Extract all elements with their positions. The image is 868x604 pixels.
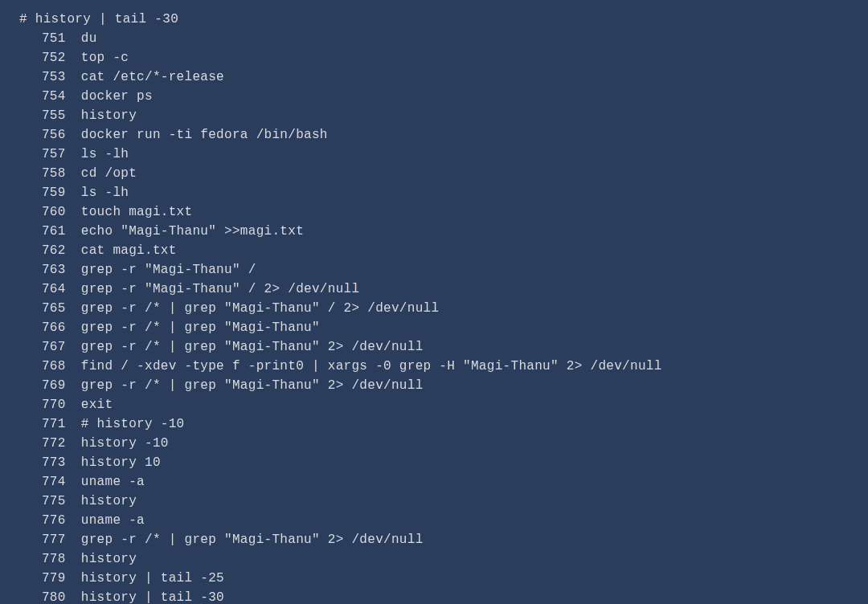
history-number: 773 — [27, 453, 66, 472]
history-command: history 10 — [81, 455, 161, 470]
history-command: cat magi.txt — [81, 243, 177, 258]
history-number: 752 — [27, 48, 66, 67]
history-number: 762 — [27, 241, 66, 260]
history-number: 760 — [27, 202, 66, 222]
history-line: 772history -10 — [19, 434, 849, 453]
history-command: history — [81, 494, 137, 508]
history-number: 763 — [27, 260, 66, 280]
history-number: 769 — [27, 376, 66, 395]
history-number: 767 — [27, 337, 66, 357]
history-number: 759 — [27, 183, 66, 202]
history-command: cd /opt — [81, 166, 137, 181]
history-command: exit — [81, 398, 113, 412]
history-command: history | tail -25 — [81, 571, 224, 586]
history-number: 765 — [27, 299, 66, 318]
history-line: 768find / -xdev -type f -print0 | xargs … — [19, 357, 849, 376]
history-command: grep -r /* | grep "Magi-Thanu" 2> /dev/n… — [81, 340, 424, 354]
history-number: 775 — [27, 492, 66, 511]
history-command: history — [81, 552, 137, 566]
history-command: ls -lh — [81, 147, 129, 161]
history-line: 762cat magi.txt — [19, 241, 849, 260]
history-command: top -c — [81, 51, 129, 65]
history-command: history | tail -30 — [81, 590, 224, 604]
history-command: docker ps — [81, 89, 153, 104]
history-command: uname -a — [81, 513, 145, 528]
history-number: 764 — [27, 280, 66, 299]
history-line: 760touch magi.txt — [19, 202, 849, 222]
history-line: 757ls -lh — [19, 145, 849, 164]
history-line: 777grep -r /* | grep "Magi-Thanu" 2> /de… — [19, 530, 849, 549]
history-number: 751 — [27, 29, 66, 48]
history-number: 758 — [27, 164, 66, 183]
history-line: 774uname -a — [19, 472, 849, 492]
history-line: 763grep -r "Magi-Thanu" / — [19, 260, 849, 280]
history-number: 772 — [27, 434, 66, 453]
history-command: grep -r /* | grep "Magi-Thanu" 2> /dev/n… — [81, 378, 424, 393]
history-line: 758cd /opt — [19, 164, 849, 183]
history-line: 780history | tail -30 — [19, 588, 849, 604]
history-number: 778 — [27, 549, 66, 569]
history-command: grep -r /* | grep "Magi-Thanu" / 2> /dev… — [81, 301, 440, 316]
history-command: find / -xdev -type f -print0 | xargs -0 … — [81, 359, 662, 373]
history-number: 780 — [27, 588, 66, 604]
history-number: 757 — [27, 145, 66, 164]
history-number: 755 — [27, 106, 66, 125]
history-line: 759ls -lh — [19, 183, 849, 202]
history-number: 777 — [27, 530, 66, 549]
history-line: 779history | tail -25 — [19, 569, 849, 588]
history-command: uname -a — [81, 475, 145, 489]
history-command: history -10 — [81, 436, 169, 451]
history-line: 770exit — [19, 395, 849, 414]
history-line: 767grep -r /* | grep "Magi-Thanu" 2> /de… — [19, 337, 849, 357]
history-line: 752top -c — [19, 48, 849, 67]
command-prompt: # history | tail -30 — [19, 10, 849, 29]
history-line: 756docker run -ti fedora /bin/bash — [19, 125, 849, 145]
history-command: grep -r /* | grep "Magi-Thanu" 2> /dev/n… — [81, 533, 424, 547]
history-line: 773history 10 — [19, 453, 849, 472]
history-line: 778history — [19, 549, 849, 569]
history-command: touch magi.txt — [81, 205, 193, 219]
history-line: 753cat /etc/*-release — [19, 67, 849, 87]
history-line: 776uname -a — [19, 511, 849, 530]
history-number: 754 — [27, 87, 66, 106]
history-command: ls -lh — [81, 186, 129, 200]
history-line: 775history — [19, 492, 849, 511]
history-line: 765grep -r /* | grep "Magi-Thanu" / 2> /… — [19, 299, 849, 318]
history-command: cat /etc/*-release — [81, 70, 224, 84]
history-number: 770 — [27, 395, 66, 414]
history-number: 766 — [27, 318, 66, 337]
history-output: 751du752top -c753cat /etc/*-release754do… — [19, 29, 849, 604]
history-line: 754docker ps — [19, 87, 849, 106]
history-line: 761echo "Magi-Thanu" >>magi.txt — [19, 222, 849, 241]
history-command: grep -r /* | grep "Magi-Thanu" — [81, 320, 320, 335]
history-line: 755history — [19, 106, 849, 125]
history-command: # history -10 — [81, 417, 185, 431]
history-number: 779 — [27, 569, 66, 588]
history-number: 753 — [27, 67, 66, 87]
history-line: 771# history -10 — [19, 414, 849, 434]
history-line: 751du — [19, 29, 849, 48]
history-command: echo "Magi-Thanu" >>magi.txt — [81, 224, 304, 239]
history-number: 768 — [27, 357, 66, 376]
history-number: 756 — [27, 125, 66, 145]
history-number: 776 — [27, 511, 66, 530]
history-command: du — [81, 31, 97, 46]
history-number: 761 — [27, 222, 66, 241]
history-command: docker run -ti fedora /bin/bash — [81, 128, 328, 142]
history-command: grep -r "Magi-Thanu" / — [81, 263, 256, 277]
history-number: 774 — [27, 472, 66, 492]
history-command: grep -r "Magi-Thanu" / 2> /dev/null — [81, 282, 360, 296]
history-line: 766grep -r /* | grep "Magi-Thanu" — [19, 318, 849, 337]
history-line: 769grep -r /* | grep "Magi-Thanu" 2> /de… — [19, 376, 849, 395]
history-line: 764grep -r "Magi-Thanu" / 2> /dev/null — [19, 280, 849, 299]
history-number: 771 — [27, 414, 66, 434]
history-command: history — [81, 108, 137, 123]
